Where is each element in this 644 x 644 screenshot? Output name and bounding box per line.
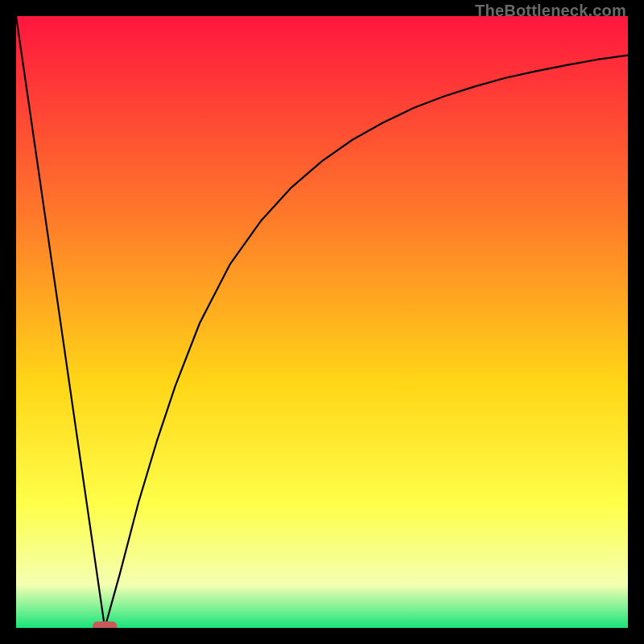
chart-frame	[16, 16, 628, 628]
balance-marker	[93, 621, 117, 628]
gradient-background	[16, 16, 628, 628]
bottleneck-plot	[16, 16, 628, 628]
watermark-text: TheBottleneck.com	[475, 2, 626, 20]
